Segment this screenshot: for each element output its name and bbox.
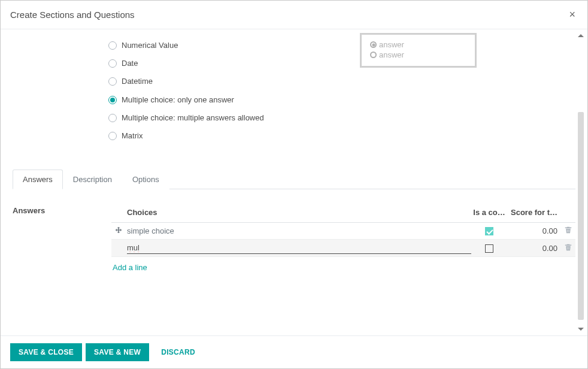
question-type-radio-group: Numerical Value Date Datetime Multiple c… bbox=[108, 37, 324, 145]
table-header: Choices Is a co… Score for t… bbox=[111, 206, 575, 223]
radio-label: Numerical Value bbox=[122, 40, 178, 51]
answers-section: Answers Choices Is a co… Score for t… si… bbox=[13, 206, 575, 276]
radio-filled-icon bbox=[370, 41, 377, 48]
section-label: Answers bbox=[13, 206, 111, 276]
radio-label: Date bbox=[122, 58, 138, 69]
drag-handle-icon[interactable] bbox=[111, 226, 126, 235]
modal-body: Numerical Value Date Datetime Multiple c… bbox=[1, 29, 587, 335]
is-correct-cell[interactable] bbox=[471, 243, 507, 253]
choice-cell[interactable] bbox=[126, 242, 471, 254]
delete-row-button[interactable] bbox=[561, 244, 575, 253]
question-preview: answer answer bbox=[360, 33, 477, 68]
discard-button[interactable]: DISCARD bbox=[153, 343, 204, 361]
delete-row-button[interactable] bbox=[561, 226, 575, 235]
radio-datetime[interactable]: Datetime bbox=[108, 72, 324, 90]
radio-icon bbox=[108, 96, 117, 104]
radio-icon bbox=[108, 77, 117, 86]
add-line-button[interactable]: Add a line bbox=[111, 257, 575, 276]
close-button[interactable]: × bbox=[566, 8, 578, 21]
choice-cell[interactable]: simple choice bbox=[126, 226, 471, 235]
table-row[interactable]: 0.00 bbox=[111, 240, 575, 257]
modal-footer: SAVE & CLOSE SAVE & NEW DISCARD bbox=[1, 335, 587, 368]
radio-empty-icon bbox=[370, 52, 377, 58]
checkbox-icon bbox=[485, 227, 493, 235]
header-score[interactable]: Score for t… bbox=[507, 208, 561, 217]
is-correct-cell[interactable] bbox=[471, 226, 507, 236]
radio-matrix[interactable]: Matrix bbox=[108, 127, 324, 145]
radio-icon bbox=[108, 114, 117, 122]
radio-date[interactable]: Date bbox=[108, 55, 324, 72]
radio-icon bbox=[108, 59, 117, 68]
radio-icon bbox=[108, 41, 117, 50]
preview-text: answer bbox=[379, 40, 404, 49]
tab-bar: Answers Description Options bbox=[13, 169, 575, 189]
scroll-up-icon[interactable] bbox=[578, 34, 584, 37]
radio-numerical-value[interactable]: Numerical Value bbox=[108, 37, 324, 55]
save-new-button[interactable]: SAVE & NEW bbox=[86, 343, 149, 361]
radio-label: Multiple choice: multiple answers allowe… bbox=[122, 113, 264, 123]
radio-label: Multiple choice: only one answer bbox=[122, 95, 234, 105]
scroll-down-icon[interactable] bbox=[578, 328, 584, 331]
table-row[interactable]: simple choice 0.00 bbox=[111, 223, 575, 240]
save-close-button[interactable]: SAVE & CLOSE bbox=[10, 343, 82, 361]
tab-description[interactable]: Description bbox=[63, 170, 122, 189]
modal-title: Create Sections and Questions bbox=[10, 10, 135, 20]
header-choices[interactable]: Choices bbox=[126, 208, 471, 217]
checkbox-icon bbox=[485, 244, 493, 253]
radio-label: Datetime bbox=[122, 76, 153, 87]
tab-options[interactable]: Options bbox=[122, 170, 169, 189]
preview-line: answer bbox=[370, 40, 466, 50]
radio-multiple-choice-single[interactable]: Multiple choice: only one answer bbox=[108, 91, 324, 109]
score-cell[interactable]: 0.00 bbox=[507, 226, 561, 235]
choice-input[interactable] bbox=[127, 242, 471, 254]
modal-create-sections-questions: Create Sections and Questions × Numerica… bbox=[0, 0, 588, 369]
radio-label: Matrix bbox=[122, 131, 143, 141]
close-icon: × bbox=[569, 8, 575, 20]
tab-answers[interactable]: Answers bbox=[13, 170, 63, 189]
answers-table: Choices Is a co… Score for t… simple cho… bbox=[111, 206, 575, 276]
modal-header: Create Sections and Questions × bbox=[1, 1, 587, 29]
score-cell[interactable]: 0.00 bbox=[507, 244, 561, 253]
preview-text: answer bbox=[379, 50, 404, 59]
radio-icon bbox=[108, 132, 117, 140]
preview-line: answer bbox=[370, 50, 466, 60]
header-is-correct[interactable]: Is a co… bbox=[471, 208, 507, 217]
radio-multiple-choice-multiple[interactable]: Multiple choice: multiple answers allowe… bbox=[108, 109, 324, 127]
